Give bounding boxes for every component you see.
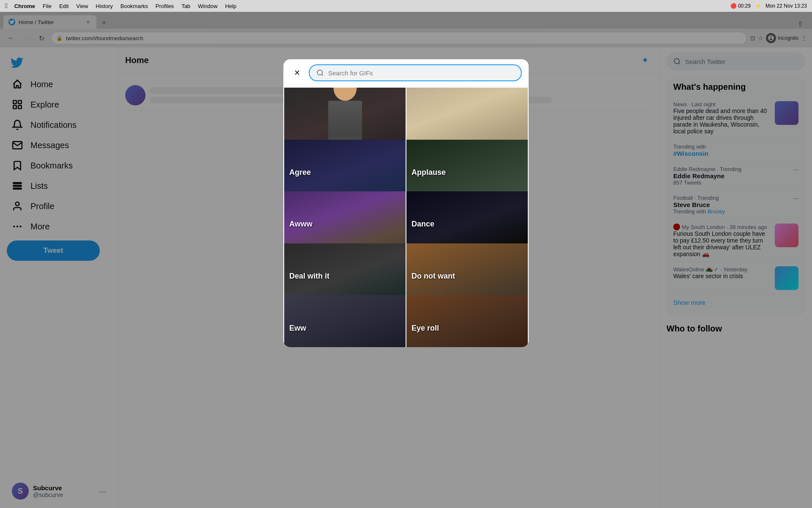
apple-menu[interactable]:  <box>5 2 8 10</box>
svg-point-12 <box>317 70 322 75</box>
menu-window[interactable]: Window <box>198 3 217 9</box>
gif-picker-overlay[interactable]: ✕ Agree Applause A <box>0 0 812 508</box>
menu-bar-right: 🔴 00:29 ⚡ Mon 22 Nov 13:23 <box>730 3 807 9</box>
clock: Mon 22 Nov 13:23 <box>765 3 807 9</box>
gif-label-eyeroll: Eye roll <box>411 324 439 333</box>
gif-label-donotwant: Do not want <box>411 272 455 281</box>
battery-indicator: 🔴 00:29 <box>730 3 751 9</box>
gif-search-icon <box>316 69 324 77</box>
menu-profiles[interactable]: Profiles <box>156 3 174 9</box>
gif-search-box[interactable] <box>309 64 522 81</box>
gif-picker-modal: ✕ Agree Applause A <box>283 59 529 347</box>
menu-tab[interactable]: Tab <box>181 3 190 9</box>
gif-search-input[interactable] <box>328 69 514 77</box>
menu-bar-items: Chrome File Edit View History Bookmarks … <box>14 3 236 9</box>
menu-bookmarks[interactable]: Bookmarks <box>121 3 148 9</box>
menu-help[interactable]: Help <box>225 3 236 9</box>
menu-file[interactable]: File <box>43 3 52 9</box>
menu-chrome[interactable]: Chrome <box>14 3 35 9</box>
menu-bar:  Chrome File Edit View History Bookmark… <box>0 0 812 12</box>
menu-edit[interactable]: Edit <box>59 3 69 9</box>
gif-item-bottom-left[interactable] <box>284 295 406 347</box>
menu-view[interactable]: View <box>76 3 88 9</box>
gif-item-bottom-right[interactable] <box>406 295 528 347</box>
gif-label-awww: Awww <box>289 220 313 229</box>
gif-placeholder-bottom-right <box>406 295 528 347</box>
gif-grid: Agree Applause Awww Dance <box>283 87 529 347</box>
gif-close-button[interactable]: ✕ <box>290 66 304 80</box>
gif-label-eww: Eww <box>289 324 306 333</box>
menu-history[interactable]: History <box>96 3 112 9</box>
gif-label-dance: Dance <box>411 220 434 229</box>
wifi-icon: ⚡ <box>755 3 761 9</box>
gif-label-dealwithit: Deal with it <box>289 272 329 281</box>
gif-label-agree: Agree <box>289 168 311 177</box>
gif-placeholder-bottom-left <box>284 295 406 347</box>
gif-label-applause: Applause <box>411 168 446 177</box>
gif-modal-header: ✕ <box>283 59 529 87</box>
